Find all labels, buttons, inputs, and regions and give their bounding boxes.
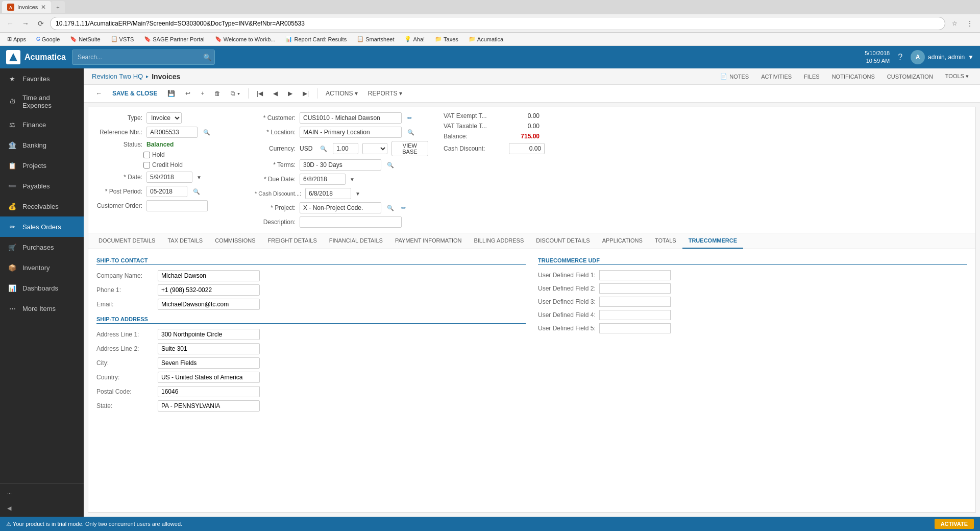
customization-btn[interactable]: CUSTOMIZATION (884, 71, 936, 81)
customer-input[interactable] (300, 112, 402, 124)
star-btn[interactable]: ☆ (948, 17, 961, 30)
sidebar-item-more-items[interactable]: ⋯ More Items (0, 298, 84, 319)
currency-rate-input[interactable] (333, 143, 358, 154)
sidebar-toggle-btn[interactable]: ◀ (0, 500, 84, 517)
postal-input[interactable] (158, 386, 260, 397)
tab-document-details[interactable]: DOCUMENT DETAILS (92, 233, 161, 249)
notes-btn[interactable]: 📄 NOTES (717, 71, 752, 81)
tab-applications[interactable]: APPLICATIONS (596, 233, 649, 249)
sidebar-item-purchases[interactable]: 🛒 Purchases (0, 237, 84, 257)
refresh-btn[interactable]: ⟳ (35, 17, 47, 30)
udf-field-3-input[interactable] (599, 297, 671, 307)
country-input[interactable] (158, 372, 260, 383)
due-date-input[interactable] (300, 174, 346, 185)
hold-checkbox[interactable] (143, 152, 150, 158)
hold-checkbox-label[interactable]: Hold (143, 151, 165, 158)
google-bookmark[interactable]: G Google (33, 35, 63, 43)
back-btn[interactable]: ← (4, 17, 16, 30)
city-input[interactable] (158, 357, 260, 369)
ref-nbr-input[interactable] (146, 127, 198, 138)
cash-discount-amt-input[interactable] (509, 143, 545, 154)
project-edit-btn[interactable]: ✏ (400, 205, 407, 211)
tab-commissions[interactable]: COMMISSIONS (209, 233, 261, 249)
sidebar-item-sales-orders[interactable]: ✏ Sales Orders (0, 216, 84, 237)
sidebar-item-projects[interactable]: 📋 Projects (0, 155, 84, 176)
user-info[interactable]: A admin, admin ▼ (911, 50, 974, 64)
type-select[interactable]: Invoice (146, 112, 182, 124)
tab-tax-details[interactable]: TAX DETAILS (161, 233, 209, 249)
location-input[interactable] (300, 127, 402, 138)
new-tab[interactable]: + (51, 1, 64, 13)
cash-discount-date-input[interactable] (305, 188, 351, 199)
tab-billing-address[interactable]: BILLING ADDRESS (468, 233, 530, 249)
search-btn[interactable]: 🔍 (203, 54, 212, 61)
sidebar-item-favorites[interactable]: ★ Favorites (0, 68, 84, 89)
udf-field-1-input[interactable] (599, 270, 671, 280)
aha-bookmark[interactable]: 💡 Aha! (401, 35, 428, 43)
activate-btn[interactable]: ACTIVATE (935, 519, 974, 529)
sidebar-item-payables[interactable]: ➖ Payables (0, 176, 84, 196)
tab-financial-details[interactable]: FINANCIAL DETAILS (323, 233, 389, 249)
activities-btn[interactable]: ACTIVITIES (758, 71, 795, 81)
tab-totals[interactable]: TOTALS (649, 233, 682, 249)
forward-btn[interactable]: → (19, 17, 32, 30)
sidebar-item-inventory[interactable]: 📦 Inventory (0, 257, 84, 278)
sidebar-item-time-expenses[interactable]: ⏱ Time and Expenses (0, 89, 84, 114)
location-search-btn[interactable]: 🔍 (406, 129, 416, 136)
ref-nbr-search-btn[interactable]: 🔍 (202, 129, 212, 136)
actions-btn[interactable]: ACTIONS ▾ (322, 88, 362, 99)
save-btn[interactable]: 💾 (163, 88, 179, 99)
currency-search-btn[interactable]: 🔍 (318, 146, 329, 152)
tab-close-btn[interactable]: ✕ (41, 4, 46, 11)
customer-order-input[interactable] (146, 200, 208, 211)
prev-btn[interactable]: ◀ (269, 88, 282, 99)
apps-bookmark[interactable]: ⊞ Apps (4, 35, 29, 43)
description-input[interactable] (300, 216, 402, 228)
acumatica-bookmark[interactable]: 📁 Acumatica (465, 35, 506, 43)
delete-btn[interactable]: 🗑 (210, 88, 225, 99)
address2-input[interactable] (158, 343, 260, 354)
post-period-input[interactable] (146, 186, 187, 197)
currency-rate-select[interactable] (362, 143, 387, 154)
tab-discount-details[interactable]: DISCOUNT DETAILS (530, 233, 596, 249)
reports-btn[interactable]: REPORTS ▾ (364, 88, 406, 99)
project-search-btn[interactable]: 🔍 (385, 205, 396, 211)
files-btn[interactable]: FILES (801, 71, 823, 81)
terms-search-btn[interactable]: 🔍 (385, 162, 396, 168)
taxes-bookmark[interactable]: 📁 Taxes (432, 35, 461, 43)
tab-freight-details[interactable]: FREIGHT DETAILS (262, 233, 323, 249)
last-btn[interactable]: ▶| (299, 88, 313, 99)
save-close-btn[interactable]: SAVE & CLOSE (108, 88, 161, 99)
address1-input[interactable] (158, 329, 260, 340)
tools-btn[interactable]: TOOLS ▾ (942, 71, 972, 81)
workb-bookmark[interactable]: 🔖 Welcome to Workb... (212, 35, 279, 43)
sage-bookmark[interactable]: 🔖 SAGE Partner Portal (141, 35, 208, 43)
sidebar-item-finance[interactable]: ⚖ Finance (0, 114, 84, 135)
help-btn[interactable]: ? (898, 53, 902, 62)
reset-btn[interactable]: ↩ (181, 88, 194, 99)
sidebar-collapse-btn[interactable]: ... (0, 484, 84, 500)
company-name-input[interactable] (158, 270, 260, 281)
active-tab[interactable]: A Invoices ✕ (2, 1, 51, 13)
credit-hold-checkbox[interactable] (143, 162, 150, 168)
first-btn[interactable]: |◀ (253, 88, 267, 99)
udf-field-5-input[interactable] (599, 323, 671, 333)
notifications-btn[interactable]: NOTIFICATIONS (829, 71, 878, 81)
next-btn[interactable]: ▶ (284, 88, 297, 99)
back-nav-btn[interactable]: ← (92, 88, 106, 99)
netsuite-bookmark[interactable]: 🔖 NetSuite (67, 35, 103, 43)
smartsheet-bookmark[interactable]: 📋 Smartsheet (354, 35, 397, 43)
sidebar-item-banking[interactable]: 🏦 Banking (0, 135, 84, 155)
customer-edit-btn[interactable]: ✏ (406, 115, 413, 122)
post-period-search-btn[interactable]: 🔍 (191, 188, 202, 195)
udf-field-2-input[interactable] (599, 283, 671, 294)
copy-btn[interactable]: ⧉ ▾ (227, 88, 243, 99)
search-input[interactable] (72, 50, 215, 65)
email-input[interactable] (158, 299, 260, 310)
view-base-btn[interactable]: VIEW BASE (391, 141, 428, 156)
add-btn[interactable]: + (197, 88, 208, 99)
credit-hold-checkbox-label[interactable]: Credit Hold (143, 161, 183, 168)
address-bar[interactable] (50, 17, 945, 30)
tab-truecommerce[interactable]: TRUECOMMERCE (682, 233, 743, 249)
sidebar-item-dashboards[interactable]: 📊 Dashboards (0, 278, 84, 298)
